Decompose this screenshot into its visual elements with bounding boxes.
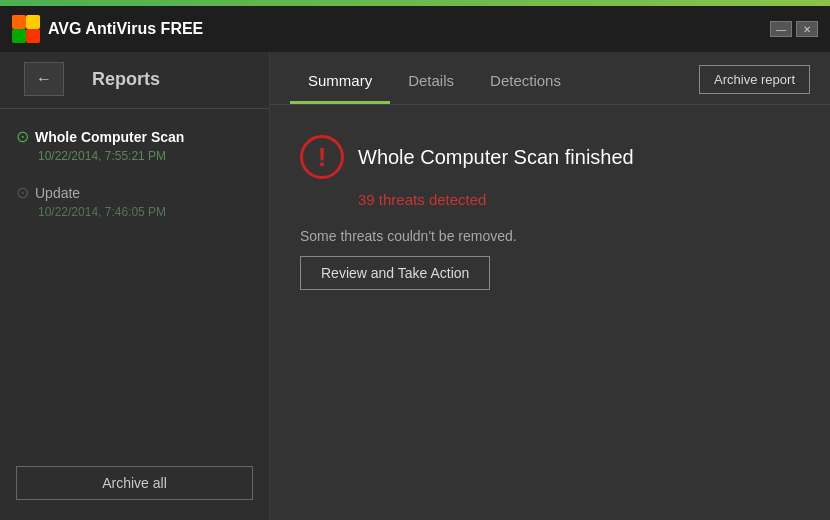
avg-logo-icon <box>12 15 40 43</box>
content-body: ! Whole Computer Scan finished 39 threat… <box>270 105 830 520</box>
check-icon-2: ⊙ <box>16 183 29 202</box>
item-name-2: Update <box>35 185 80 201</box>
svg-rect-3 <box>12 29 26 43</box>
item-date-1: 10/22/2014, 7:55:21 PM <box>16 149 253 163</box>
check-icon-1: ⊙ <box>16 127 29 146</box>
back-button[interactable]: ← <box>24 62 64 96</box>
review-action-button[interactable]: Review and Take Action <box>300 256 490 290</box>
scan-title: Whole Computer Scan finished <box>358 146 634 169</box>
app-header: AVG AntiVirus FREE — ✕ <box>0 6 830 52</box>
svg-rect-4 <box>26 29 40 43</box>
tab-details[interactable]: Details <box>390 64 472 104</box>
window-controls: — ✕ <box>770 21 818 37</box>
close-button[interactable]: ✕ <box>796 21 818 37</box>
scan-result-header: ! Whole Computer Scan finished <box>300 135 800 179</box>
item-date-2: 10/22/2014, 7:46:05 PM <box>16 205 253 219</box>
sidebar-spacer <box>0 229 269 456</box>
item-header-2: ⊙ Update <box>16 183 253 202</box>
warning-icon: ! <box>300 135 344 179</box>
some-threats-text: Some threats couldn't be removed. <box>300 228 800 244</box>
sidebar-item-update[interactable]: ⊙ Update 10/22/2014, 7:46:05 PM <box>0 173 269 229</box>
app-title: AVG AntiVirus FREE <box>48 20 203 38</box>
minimize-button[interactable]: — <box>770 21 792 37</box>
sidebar-divider <box>0 108 269 109</box>
app-title-area: AVG AntiVirus FREE <box>12 15 203 43</box>
content-area: Summary Details Detections Archive repor… <box>270 52 830 520</box>
svg-rect-1 <box>12 15 26 29</box>
tab-detections[interactable]: Detections <box>472 64 579 104</box>
content-header: Summary Details Detections Archive repor… <box>270 52 830 105</box>
svg-rect-2 <box>26 15 40 29</box>
item-name-1: Whole Computer Scan <box>35 129 184 145</box>
threats-detected: 39 threats detected <box>358 191 800 208</box>
tab-summary[interactable]: Summary <box>290 64 390 104</box>
archive-report-button[interactable]: Archive report <box>699 65 810 94</box>
main-container: ← Reports ⊙ Whole Computer Scan 10/22/20… <box>0 52 830 520</box>
sidebar-title: Reports <box>76 63 176 104</box>
tabs: Summary Details Detections <box>290 64 579 104</box>
item-header-1: ⊙ Whole Computer Scan <box>16 127 253 146</box>
sidebar-item-whole-computer-scan[interactable]: ⊙ Whole Computer Scan 10/22/2014, 7:55:2… <box>0 117 269 173</box>
archive-all-button[interactable]: Archive all <box>16 466 253 500</box>
sidebar: ← Reports ⊙ Whole Computer Scan 10/22/20… <box>0 52 270 520</box>
